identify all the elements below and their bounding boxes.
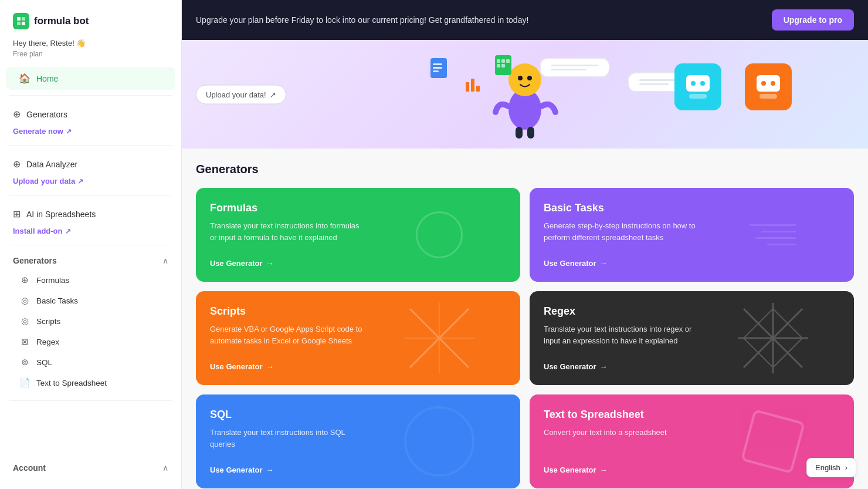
svg-rect-19 (501, 59, 505, 63)
regex-icon: ⊠ (19, 336, 30, 347)
regex-action-label: Use Generator (544, 362, 596, 371)
scripts-card[interactable]: Scripts Generate VBA or Google Apps Scri… (196, 291, 520, 385)
app-logo: formula bot (0, 0, 181, 35)
svg-rect-18 (497, 59, 500, 63)
svg-point-7 (527, 76, 532, 80)
robot-cyan (674, 63, 721, 110)
svg-point-6 (518, 76, 523, 80)
home-label: Home (36, 74, 58, 83)
text-to-spreadsheet-card[interactable]: Text to Spreadsheet Convert your text in… (530, 394, 854, 488)
speech-bubble-1 (540, 58, 610, 77)
generators-section-header[interactable]: ⊕ Generators (13, 109, 168, 120)
svg-rect-0 (17, 17, 21, 21)
sql-icon: ⊚ (19, 357, 30, 367)
upgrade-to-pro-button[interactable]: Upgrade to pro (772, 9, 854, 31)
install-addon-label: Install add-on (13, 227, 63, 235)
basic-tasks-action-label: Use Generator (544, 259, 596, 268)
scripts-card-bg (358, 291, 521, 385)
upload-data-action[interactable]: Upload your data ↗ (13, 174, 168, 188)
install-addon-arrow: ↗ (65, 227, 71, 235)
svg-rect-20 (506, 59, 510, 63)
generators-grid: Formulas Translate your text instruction… (196, 188, 854, 488)
text-to-spreadsheet-label: Text to Spreadsheet (36, 379, 107, 387)
data-analyzer-section: ⊕ Data Analyzer Upload your data ↗ (0, 150, 181, 190)
language-selector[interactable]: English › (806, 458, 856, 477)
sql-card[interactable]: SQL Translate your text instructions int… (196, 394, 520, 488)
formulas-card-bg (358, 188, 521, 282)
svg-rect-9 (527, 127, 534, 139)
sidebar-item-basic-tasks[interactable]: ◎ Basic Tasks (13, 291, 168, 311)
sidebar-item-scripts[interactable]: ◎ Scripts (13, 311, 168, 331)
basic-tasks-icon: ◎ (19, 295, 30, 306)
basic-tasks-label: Basic Tasks (36, 296, 78, 305)
ai-spreadsheets-label: AI in Spreadsheets (26, 210, 168, 219)
sql-card-bg (358, 394, 521, 488)
banner-text: Upgrade your plan before Friday to lock … (196, 15, 528, 25)
language-label: English (815, 463, 840, 472)
generators-section: ⊕ Generators Generate now ↗ (0, 100, 181, 140)
floating-sheets-icon (493, 55, 514, 78)
user-plan: Free plan (0, 49, 181, 66)
regex-card[interactable]: Regex Translate your text instructions i… (530, 291, 854, 385)
upload-data-hero-button[interactable]: Upload your data! ↗ (196, 85, 286, 104)
sidebar-item-regex[interactable]: ⊠ Regex (13, 332, 168, 352)
svg-rect-21 (497, 64, 500, 68)
basic-tasks-action-arrow: → (600, 259, 608, 268)
upload-data-arrow: ↗ (77, 177, 83, 186)
formulas-icon: ⊕ (19, 275, 30, 285)
scripts-label: Scripts (36, 317, 60, 326)
sidebar-item-home[interactable]: 🏠 Home (6, 67, 175, 90)
main-content: Upgrade your plan before Friday to lock … (182, 0, 868, 489)
sql-action-arrow: → (266, 466, 274, 474)
svg-rect-3 (22, 22, 25, 25)
upgrade-banner: Upgrade your plan before Friday to lock … (182, 0, 868, 40)
text-to-spreadsheet-card-desc: Convert your text into a spreadsheet (544, 427, 696, 439)
account-collapse-btn[interactable]: ∧ (162, 463, 168, 473)
sidebar-item-sql[interactable]: ⊚ SQL (13, 352, 168, 372)
scripts-card-desc: Generate VBA or Google Apps Script code … (210, 323, 362, 346)
svg-rect-14 (466, 82, 469, 92)
generators-collapse-btn[interactable]: ∧ (162, 256, 168, 265)
sql-card-desc: Translate your text instructions into SQ… (210, 427, 362, 450)
generate-now-action[interactable]: Generate now ↗ (13, 124, 168, 138)
hero-section: Upload your data! ↗ (182, 40, 868, 149)
user-greeting: Hey there, Rteste! 👋 (0, 35, 181, 49)
upload-data-hero-label: Upload your data! (206, 90, 266, 99)
svg-rect-22 (501, 64, 505, 68)
basic-tasks-card-bg (692, 188, 855, 282)
svg-rect-12 (433, 67, 442, 69)
formulas-action-arrow: → (266, 259, 274, 268)
sidebar-item-formulas[interactable]: ⊕ Formulas (13, 270, 168, 290)
divider-1 (9, 95, 172, 96)
basic-tasks-card-desc: Generate step-by-step instructions on ho… (544, 220, 696, 243)
sidebar-item-text-to-spreadsheet[interactable]: 📄 Text to Spreadsheet (13, 373, 168, 393)
text-to-spreadsheet-icon: 📄 (19, 377, 30, 388)
regex-label: Regex (36, 338, 59, 346)
generators-list-label: Generators (13, 256, 57, 265)
divider-5 (9, 400, 172, 401)
formulas-card[interactable]: Formulas Translate your text instruction… (196, 188, 520, 282)
generators-section-label: Generators (26, 110, 168, 119)
logo-icon (13, 13, 29, 29)
data-analyzer-header[interactable]: ⊕ Data Analyzer (13, 158, 168, 170)
ai-spreadsheets-header[interactable]: ⊞ AI in Spreadsheets (13, 208, 168, 220)
text-to-spreadsheet-action-label: Use Generator (544, 466, 596, 474)
svg-rect-15 (471, 79, 474, 92)
basic-tasks-card[interactable]: Basic Tasks Generate step-by-step instru… (530, 188, 854, 282)
language-arrow-icon: › (845, 463, 847, 472)
upload-data-label: Upload your data (13, 177, 75, 186)
divider-2 (9, 145, 172, 146)
svg-rect-8 (516, 127, 523, 139)
text-to-spreadsheet-action-arrow: → (600, 466, 608, 474)
sidebar: formula bot Hey there, Rteste! 👋 Free pl… (0, 0, 182, 489)
content-area: Generators Formulas Translate your text … (182, 149, 868, 489)
generate-now-label: Generate now (13, 127, 63, 136)
upload-arrow-icon: ↗ (270, 90, 276, 99)
app-name: formula bot (34, 15, 89, 27)
scripts-action-label: Use Generator (210, 362, 263, 371)
install-addon-action[interactable]: Install add-on ↗ (13, 224, 168, 238)
sql-label: SQL (36, 358, 52, 367)
account-header[interactable]: Account ∧ (13, 463, 168, 473)
generators-section-title: Generators (196, 163, 854, 176)
account-label: Account (13, 463, 46, 473)
